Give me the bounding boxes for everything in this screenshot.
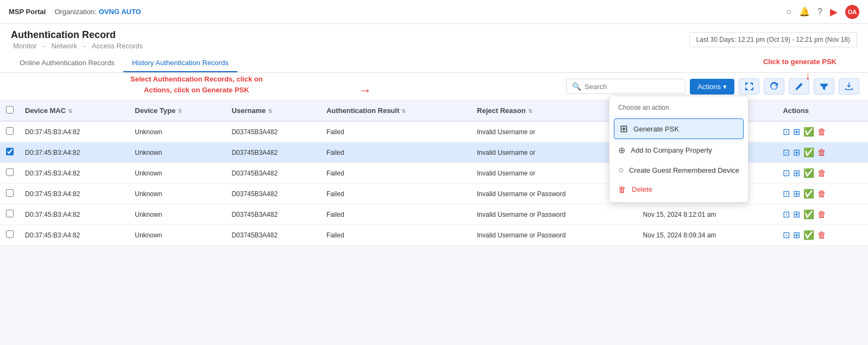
delete-row-icon-0[interactable]: 🗑 xyxy=(817,127,826,137)
col-device-type: Device Type xyxy=(135,106,175,115)
approve-icon-2[interactable]: ✅ xyxy=(803,168,814,178)
help-icon[interactable]: ? xyxy=(817,7,822,17)
expand-icon-3[interactable]: ⊡ xyxy=(783,189,790,199)
page-title: Authentication Record xyxy=(11,29,145,41)
col-actions: Actions xyxy=(783,106,809,115)
qr-icon-2[interactable]: ⊞ xyxy=(793,168,800,178)
table-row: D0:37:45:B3:A4:82 Unknown D03745B3A482 F… xyxy=(0,204,868,225)
approve-icon-5[interactable]: ✅ xyxy=(803,230,814,240)
guest-device-label: Create Guest Remembered Device xyxy=(629,166,739,174)
delete-icon: 🗑 xyxy=(618,185,626,194)
row-checkbox-3[interactable] xyxy=(6,189,14,197)
brand-label: MSP Portal xyxy=(9,8,46,16)
search-input[interactable] xyxy=(584,83,680,91)
cell-type-5: Unknown xyxy=(129,225,226,246)
breadcrumb-network[interactable]: Network xyxy=(51,42,77,50)
org-label: Organization: xyxy=(54,8,96,16)
cell-type-2: Unknown xyxy=(129,163,226,184)
dropdown-item-guest-device[interactable]: ○ Create Guest Remembered Device xyxy=(609,160,748,180)
breadcrumb: Monitor - Network - Access Records xyxy=(11,42,145,50)
bell-icon[interactable]: 🔔 xyxy=(799,7,810,17)
cell-row-actions-2: ⊡ ⊞ ✅ 🗑 xyxy=(777,163,868,184)
actions-dropdown: Choose an action ⊞ Generate PSK ⊕ Add to… xyxy=(609,96,749,203)
row-checkbox-2[interactable] xyxy=(6,168,14,176)
delete-row-icon-2[interactable]: 🗑 xyxy=(817,168,826,178)
chevron-down-icon: ▾ xyxy=(723,83,727,91)
row-checkbox-0[interactable] xyxy=(6,127,14,135)
cell-result-1: Failed xyxy=(321,142,471,163)
filter-button[interactable] xyxy=(814,78,834,95)
cell-type-0: Unknown xyxy=(129,121,226,142)
cell-reject-5: Invalid Username or Password xyxy=(471,225,638,246)
breadcrumb-monitor[interactable]: Monitor xyxy=(13,42,36,50)
approve-icon-0[interactable]: ✅ xyxy=(803,127,814,137)
cell-mac-0: D0:37:45:B3:A4:82 xyxy=(20,121,129,142)
search-nav-icon[interactable]: ○ xyxy=(786,7,791,17)
expand-toolbar-button[interactable] xyxy=(739,78,759,95)
cell-result-2: Failed xyxy=(321,163,471,184)
add-company-label: Add to Company Property xyxy=(631,146,712,154)
col-username: Username xyxy=(231,106,266,115)
expand-icon-4[interactable]: ⊡ xyxy=(783,209,790,219)
cell-row-actions-5: ⊡ ⊞ ✅ 🗑 xyxy=(777,225,868,246)
dropdown-item-generate-psk[interactable]: ⊞ Generate PSK xyxy=(614,118,744,139)
delete-row-icon-3[interactable]: 🗑 xyxy=(817,189,826,199)
cell-row-actions-1: ⊡ ⊞ ✅ 🗑 xyxy=(777,142,868,163)
expand-icon-1[interactable]: ⊡ xyxy=(783,147,790,158)
tab-history-auth[interactable]: History Authentication Records xyxy=(123,54,237,72)
org-value[interactable]: OVNG AUTO xyxy=(99,8,141,16)
qr-icon-5[interactable]: ⊞ xyxy=(793,230,800,240)
guest-device-icon: ○ xyxy=(618,165,624,175)
edit-button[interactable] xyxy=(789,78,809,95)
cell-datetime-5: Nov 15, 2024 8:09:34 am xyxy=(638,225,778,246)
breadcrumb-access[interactable]: Access Records xyxy=(92,42,143,50)
expand-icon-0[interactable]: ⊡ xyxy=(783,127,790,137)
qr-icon-4[interactable]: ⊞ xyxy=(793,209,800,219)
tab-online-auth[interactable]: Online Authentication Records xyxy=(11,54,123,72)
cell-type-3: Unknown xyxy=(129,184,226,204)
cell-type-4: Unknown xyxy=(129,204,226,225)
page-header: Authentication Record Monitor - Network … xyxy=(0,24,868,73)
cell-type-1: Unknown xyxy=(129,142,226,163)
cell-username-0: D03745B3A482 xyxy=(226,121,321,142)
col-device-mac: Device MAC xyxy=(25,106,66,115)
approve-icon-1[interactable]: ✅ xyxy=(803,147,814,158)
delete-row-icon-4[interactable]: 🗑 xyxy=(817,210,826,219)
cell-result-3: Failed xyxy=(321,184,471,204)
qr-icon-0[interactable]: ⊞ xyxy=(793,127,800,137)
cell-row-actions-0: ⊡ ⊞ ✅ 🗑 xyxy=(777,121,868,142)
row-checkbox-4[interactable] xyxy=(6,210,14,217)
row-checkbox-5[interactable] xyxy=(6,230,14,238)
delete-row-icon-1[interactable]: 🗑 xyxy=(817,148,826,158)
expand-icon-2[interactable]: ⊡ xyxy=(783,168,790,178)
generate-psk-icon: ⊞ xyxy=(620,123,628,135)
table-row: D0:37:45:B3:A4:82 Unknown D03745B3A482 F… xyxy=(0,225,868,246)
cell-mac-5: D0:37:45:B3:A4:82 xyxy=(20,225,129,246)
youtube-icon[interactable]: ▶ xyxy=(830,6,838,18)
cell-result-4: Failed xyxy=(321,204,471,225)
cell-username-1: D03745B3A482 xyxy=(226,142,321,163)
approve-icon-3[interactable]: ✅ xyxy=(803,189,814,199)
cell-row-actions-4: ⊡ ⊞ ✅ 🗑 xyxy=(777,204,868,225)
actions-button[interactable]: Actions ▾ xyxy=(690,79,734,95)
approve-icon-4[interactable]: ✅ xyxy=(803,209,814,219)
dropdown-item-add-company[interactable]: ⊕ Add to Company Property xyxy=(609,140,748,160)
refresh-button[interactable] xyxy=(764,78,784,95)
actions-label: Actions xyxy=(697,83,721,91)
qr-icon-1[interactable]: ⊞ xyxy=(793,147,800,158)
delete-row-icon-5[interactable]: 🗑 xyxy=(817,230,826,240)
search-box[interactable]: 🔍 xyxy=(566,79,685,94)
export-button[interactable] xyxy=(839,78,859,95)
annotation-select-text: Select Authentication Records, click onA… xyxy=(130,74,263,95)
generate-psk-label: Generate PSK xyxy=(633,125,679,133)
avatar[interactable]: OA xyxy=(845,5,859,19)
search-icon: 🔍 xyxy=(572,82,581,91)
row-checkbox-1[interactable] xyxy=(6,148,14,155)
cell-mac-1: D0:37:45:B3:A4:82 xyxy=(20,142,129,163)
expand-icon-5[interactable]: ⊡ xyxy=(783,230,790,240)
dropdown-item-delete[interactable]: 🗑 Delete xyxy=(609,180,748,199)
cell-mac-3: D0:37:45:B3:A4:82 xyxy=(20,184,129,204)
select-all-checkbox[interactable] xyxy=(6,106,14,114)
qr-icon-3[interactable]: ⊞ xyxy=(793,189,800,199)
cell-username-3: D03745B3A482 xyxy=(226,184,321,204)
